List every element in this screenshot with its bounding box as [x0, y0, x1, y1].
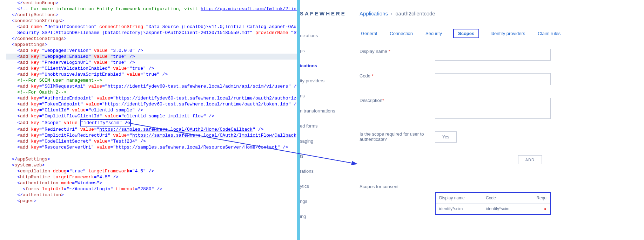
code-line[interactable]: <compilation debug="true" targetFramewor…	[6, 168, 297, 174]
pane-divider	[297, 0, 300, 240]
sidenav-item[interactable]: saging	[300, 133, 338, 149]
code-line[interactable]: <add key="PreserveLoginUrl" value="true"…	[6, 60, 297, 66]
breadcrumb: Applications › oauth2clientcode	[360, 11, 644, 16]
code-line[interactable]: <authentication mode="Windows">	[6, 180, 297, 186]
tab-bar: GeneralConnectionSecurityScopesIdentity …	[360, 29, 644, 38]
tab-identity-providers[interactable]: Identity providers	[489, 29, 526, 38]
code-line[interactable]: <!-- For more information on Entity Fram…	[6, 6, 297, 12]
tab-security[interactable]: Security	[424, 29, 443, 38]
label-code: Code *	[360, 73, 424, 78]
sidenav-item[interactable]: ing	[300, 209, 338, 224]
sidenav-item[interactable]: ications	[300, 58, 338, 73]
input-description[interactable]	[435, 98, 551, 119]
side-navigation: nizationspsicationsity providersnsn tran…	[300, 28, 338, 224]
sidenav-item[interactable]: ytics	[300, 179, 338, 194]
label-scopes-consent: Scopes for consent	[360, 184, 644, 189]
sidenav-item[interactable]: ed forms	[300, 118, 338, 133]
tab-scopes[interactable]: Scopes	[453, 29, 479, 38]
brand-logo: SAFEWHERE	[300, 11, 346, 16]
code-line[interactable]: <add key="ImplicitFlowRedirectUri" value…	[6, 132, 297, 138]
input-display-name[interactable]	[435, 49, 551, 61]
code-line[interactable]: <system.web>	[6, 162, 297, 168]
input-code[interactable]	[435, 73, 551, 85]
label-required: Is the scope required for user to authen…	[360, 131, 424, 142]
grid-header-code: Code	[486, 196, 532, 200]
code-line[interactable]: <httpRuntime targetFramework="4.5" />	[6, 174, 297, 180]
sidenav-item[interactable]: ngs	[300, 194, 338, 209]
code-line[interactable]: <appSettings>	[6, 42, 297, 48]
sidenav-item[interactable]: ns	[300, 88, 338, 103]
scopes-grid: Display name Code Requ identify*scim ide…	[435, 192, 551, 215]
scope-highlight-box: "identify*scim" />	[80, 119, 131, 126]
button-add[interactable]: ADD	[518, 155, 542, 164]
code-line[interactable]: </sectionGroup>	[6, 0, 297, 6]
admin-panel: SAFEWHERE nizationspsicationsity provide…	[300, 0, 644, 240]
sidenav-item[interactable]: ps	[300, 43, 338, 58]
tab-connection[interactable]: Connection	[388, 29, 414, 38]
code-line[interactable]: </configSections>	[6, 12, 297, 18]
grid-header-required: Requ	[532, 196, 546, 200]
code-line[interactable]: <add key="ImplicitFlowClientId" value="c…	[6, 113, 297, 119]
tab-general[interactable]: General	[360, 29, 378, 38]
code-line[interactable]: <add key="TokenEndpoint" value="https://…	[6, 101, 297, 107]
sidenav-item[interactable]: ity providers	[300, 73, 338, 88]
sidenav-item[interactable]: n transformations	[300, 103, 338, 118]
breadcrumb-current: oauth2clientcode	[395, 11, 435, 16]
code-line[interactable]: <pages>	[6, 198, 297, 204]
code-line[interactable]: <add key="SCIMRequestApi" value="https:/…	[6, 83, 297, 89]
code-line[interactable]: Security=SSPI;AttachDBFilename=|DataDire…	[6, 30, 297, 36]
code-line[interactable]: <connectionStrings>	[6, 18, 297, 24]
code-line[interactable]: <add key="webpages:Version" value="3.0.0…	[6, 48, 297, 54]
tab-claim-rules[interactable]: Claim rules	[536, 29, 562, 38]
button-yes[interactable]: Yes	[435, 131, 457, 143]
code-line[interactable]: <add key="webpages:Enabled" value="true"…	[6, 54, 297, 60]
code-line[interactable]: <!--For SCIM user management-->	[6, 77, 297, 83]
code-line[interactable]: <add key="ClientId" value="clientid_samp…	[6, 107, 297, 113]
code-line[interactable]: </connectionStrings>	[6, 36, 297, 42]
code-line[interactable]: <add key="AuthorizeEndpoint" value="http…	[6, 95, 297, 101]
sidenav-item[interactable]: rations	[300, 164, 338, 179]
label-display-name: Display name *	[360, 49, 424, 54]
code-line[interactable]: <add key="UnobtrusiveJavaScriptEnabled" …	[6, 71, 297, 77]
code-line[interactable]: <add key="CodeClientSecret" value="Test!…	[6, 138, 297, 144]
code-editor[interactable]: </sectionGroup> <!-- For more informatio…	[0, 0, 297, 240]
code-line[interactable]: <add key="RedirectUri" value="https://sa…	[6, 126, 297, 132]
grid-header-display-name: Display name	[439, 196, 486, 200]
code-line[interactable]: <!--For Oauth 2-->	[6, 89, 297, 95]
code-line[interactable]	[6, 150, 297, 156]
breadcrumb-root[interactable]: Applications	[360, 11, 388, 16]
code-line[interactable]: </authentication>	[6, 192, 297, 198]
sidenav-item[interactable]: nizations	[300, 28, 338, 43]
code-line[interactable]: <add name="DefaultConnection" connection…	[6, 24, 297, 30]
sidenav-item[interactable]: ts	[300, 149, 338, 164]
label-description: Description*	[360, 98, 424, 103]
code-line[interactable]: <forms loginUrl="~/Account/Login" timeou…	[6, 186, 297, 192]
grid-row[interactable]: identify*scim identify*scim ●	[436, 204, 550, 214]
code-line[interactable]: <add key="ClientValidationEnabled" value…	[6, 66, 297, 71]
required-dot-icon: ●	[544, 206, 546, 211]
code-line[interactable]: <add key="ResourceServerUri" value="http…	[6, 144, 297, 150]
code-line[interactable]: </appSettings>	[6, 156, 297, 162]
code-line[interactable]: <add key="Scope" value="identify*scim" /…	[6, 119, 297, 126]
